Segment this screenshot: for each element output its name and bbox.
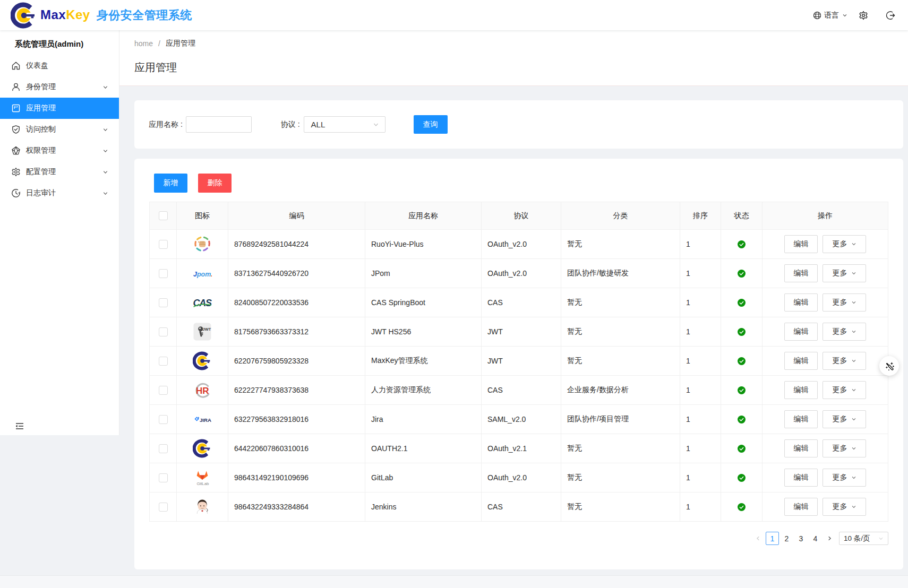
delete-button[interactable]: 删除 — [198, 174, 232, 193]
sidebar-item-access-control[interactable]: 访问控制 — [0, 119, 119, 140]
edit-button[interactable]: 编辑 — [784, 498, 818, 516]
app-name-input[interactable] — [186, 116, 252, 133]
row-category-cell: 暂无 — [561, 317, 680, 347]
row-actions-cell: 编辑 更多 — [763, 492, 888, 522]
sidebar-item-label: 配置管理 — [26, 167, 56, 177]
chevron-down-icon — [102, 127, 108, 133]
svg-text:HR: HR — [196, 386, 209, 396]
theme-switch-button[interactable] — [879, 356, 899, 376]
row-actions-cell: 编辑 更多 — [763, 463, 888, 492]
pagination-prev-button[interactable] — [751, 532, 765, 545]
more-button[interactable]: 更多 — [823, 439, 866, 457]
brand[interactable]: MaxKey身份安全管理系统 — [11, 2, 192, 29]
row-protocol-cell: OAuth_v2.0 — [482, 463, 561, 492]
clock-icon — [11, 188, 21, 198]
search-button[interactable]: 查询 — [414, 115, 448, 134]
svg-text:JWT: JWT — [203, 327, 211, 332]
edit-button[interactable]: 编辑 — [784, 235, 818, 253]
row-code-cell: 622227747938373638 — [228, 376, 365, 405]
menu-fold-icon[interactable] — [15, 421, 24, 431]
pagination-page-1[interactable]: 1 — [766, 532, 779, 545]
more-button-label: 更多 — [833, 327, 847, 336]
pagination-page-3[interactable]: 3 — [794, 532, 808, 545]
row-checkbox[interactable] — [159, 415, 168, 424]
row-category-cell: 暂无 — [561, 230, 680, 259]
chevron-left-icon — [755, 535, 761, 541]
edit-button[interactable]: 编辑 — [784, 439, 818, 457]
language-dropdown[interactable]: 语言 — [813, 11, 847, 20]
row-sort-cell: 1 — [680, 259, 721, 288]
edit-button[interactable]: 编辑 — [784, 352, 818, 370]
more-button[interactable]: 更多 — [823, 235, 866, 253]
more-button[interactable]: 更多 — [823, 352, 866, 370]
table-row: 644220607860310016 OAUTH2.1 OAuth_v2.1 暂… — [150, 434, 888, 463]
sidebar-item-audit-log[interactable]: 日志审计 — [0, 183, 119, 204]
row-checkbox[interactable] — [159, 444, 168, 453]
more-button[interactable]: 更多 — [823, 323, 866, 341]
select-all-checkbox[interactable] — [159, 211, 168, 220]
sidebar-item-dashboard[interactable]: 仪表盘 — [0, 55, 119, 76]
row-category-cell: 团队协作/项目管理 — [561, 405, 680, 434]
more-button[interactable]: 更多 — [823, 264, 866, 282]
row-category-cell: 暂无 — [561, 434, 680, 463]
row-actions-cell: 编辑 更多 — [763, 259, 888, 288]
more-button[interactable]: 更多 — [823, 469, 866, 487]
row-checkbox[interactable] — [159, 357, 168, 366]
protocol-select[interactable]: ALL — [304, 116, 386, 133]
chevron-down-icon — [851, 300, 856, 305]
row-name-cell: MaxKey管理系统 — [365, 347, 482, 376]
sidebar-item-applications[interactable]: 应用管理 — [0, 98, 119, 119]
edit-button[interactable]: 编辑 — [784, 381, 818, 399]
more-button[interactable]: 更多 — [823, 381, 866, 399]
row-checkbox[interactable] — [159, 503, 168, 512]
status-enabled-icon — [738, 416, 746, 423]
column-header-actions: 操作 — [763, 202, 888, 230]
pagination-page-2[interactable]: 2 — [780, 532, 793, 545]
row-actions-cell: 编辑 更多 — [763, 434, 888, 463]
more-button[interactable]: 更多 — [823, 410, 866, 428]
table-row: CAS 824008507220033536 CAS SpringBoot CA… — [150, 288, 888, 317]
sidebar-item-identity[interactable]: 身份管理 — [0, 76, 119, 98]
edit-button[interactable]: 编辑 — [784, 323, 818, 341]
settings-button[interactable] — [859, 11, 868, 20]
more-button[interactable]: 更多 — [823, 498, 866, 516]
breadcrumb-separator: / — [158, 39, 160, 48]
page-size-select[interactable]: 10 条/页 — [839, 532, 888, 545]
edit-button[interactable]: 编辑 — [784, 293, 818, 312]
row-checkbox[interactable] — [159, 298, 168, 307]
row-checkbox[interactable] — [159, 386, 168, 395]
row-protocol-cell: JWT — [482, 347, 561, 376]
add-button[interactable]: 新增 — [154, 174, 187, 193]
row-checkbox[interactable] — [159, 327, 168, 336]
column-header-status: 状态 — [721, 202, 763, 230]
more-button-label: 更多 — [833, 356, 847, 366]
edit-button[interactable]: 编辑 — [784, 469, 818, 487]
more-button[interactable]: 更多 — [823, 293, 866, 312]
row-status-cell — [721, 317, 763, 347]
sidebar-item-permissions[interactable]: 权限管理 — [0, 140, 119, 161]
app-name-label: 应用名称 : — [149, 120, 183, 129]
row-code-cell: 837136275440926720 — [228, 259, 365, 288]
row-checkbox[interactable] — [159, 269, 168, 278]
chevron-down-icon — [851, 475, 856, 480]
pagination-page-4[interactable]: 4 — [809, 532, 822, 545]
gear-icon — [11, 167, 21, 177]
edit-button[interactable]: 编辑 — [784, 264, 818, 282]
more-button-label: 更多 — [833, 414, 847, 424]
sidebar-item-configuration[interactable]: 配置管理 — [0, 161, 119, 183]
row-select-cell — [150, 376, 177, 405]
pagination-next-button[interactable] — [823, 532, 836, 545]
protocol-select-value: ALL — [311, 120, 325, 129]
logout-button[interactable] — [886, 11, 895, 20]
edit-button[interactable]: 编辑 — [784, 410, 818, 428]
breadcrumb-home[interactable]: home — [134, 39, 153, 48]
row-checkbox[interactable] — [159, 473, 168, 482]
brand-title: MaxKey身份安全管理系统 — [40, 7, 192, 23]
maxkey-logo-icon — [193, 439, 212, 458]
table-row: Jpom. 837136275440926720 JPom OAuth_v2.0… — [150, 259, 888, 288]
row-name-cell: GitLab — [365, 463, 482, 492]
row-icon-cell: JWT — [177, 317, 228, 347]
row-checkbox[interactable] — [159, 240, 168, 249]
row-sort-cell: 1 — [680, 376, 721, 405]
cas-logo-icon: CAS — [193, 293, 212, 312]
